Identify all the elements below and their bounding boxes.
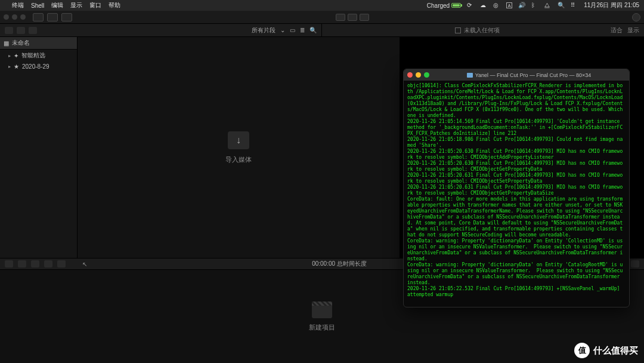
library-name: 未命名 <box>12 39 30 47</box>
folder-icon <box>467 73 473 78</box>
chevron-down-icon[interactable]: ⌄ <box>280 27 285 33</box>
music-view-icon[interactable] <box>29 27 37 34</box>
terminal-window[interactable]: Yanel — Final Cut Pro — Final Cut Pro — … <box>403 69 630 307</box>
search-icon[interactable]: 🔍 <box>558 2 565 9</box>
clips-filter-label[interactable]: 所有片段 <box>252 26 275 35</box>
fcp-window-toolbar <box>0 11 644 24</box>
terminal-title: Yanel — Final Cut Pro — Final Cut Pro — … <box>475 72 592 78</box>
share-button[interactable] <box>632 13 640 21</box>
import-button[interactable] <box>33 13 44 21</box>
sidebar-label-smart: 智能精选 <box>21 51 45 60</box>
battery-icon <box>451 3 461 8</box>
overwrite-clip-button[interactable] <box>57 260 66 267</box>
menu-help[interactable]: 帮助 <box>109 1 120 10</box>
app-name[interactable]: 终端 <box>12 1 24 10</box>
volume-icon[interactable]: 🔊 <box>518 2 525 9</box>
sidebar-item-smart[interactable]: ▸ ✦ 智能精选 <box>0 50 77 61</box>
cloud-icon[interactable]: ☁ <box>480 2 487 9</box>
tool-c[interactable] <box>631 260 639 267</box>
titles-toggle[interactable] <box>348 14 357 21</box>
wifi-icon[interactable]: ⧋ <box>544 2 552 9</box>
clock[interactable]: 11月26日 周四 21:05 <box>584 1 639 10</box>
battery-label: Charged <box>427 2 450 9</box>
new-project-label: 新建项目 <box>309 323 335 332</box>
smart-collection-icon: ✦ <box>14 53 18 59</box>
viewer-zoom[interactable]: 适合 <box>611 27 623 33</box>
watermark-text: 什么值得买 <box>593 345 638 356</box>
insert-clip-button[interactable] <box>31 260 39 267</box>
keyword-button[interactable] <box>47 13 58 21</box>
filmstrip-icon[interactable]: ▭ <box>290 27 295 33</box>
traffic-lights[interactable] <box>4 14 26 20</box>
clip-placeholder-icon <box>455 27 461 33</box>
disclosure-icon[interactable]: ▸ <box>8 53 11 59</box>
sidebar-label-event: 2020-8-29 <box>22 63 49 70</box>
library-header[interactable]: ▦ 未命名 <box>0 37 77 50</box>
control-center-icon[interactable]: ⠿ <box>571 2 578 9</box>
keyboard-icon[interactable]: A <box>506 2 512 8</box>
bluetooth-icon[interactable]: ᛒ <box>531 2 538 9</box>
user-icon[interactable]: ◎ <box>493 2 500 9</box>
terminal-titlebar[interactable]: Yanel — Final Cut Pro — Final Cut Pro — … <box>404 69 629 81</box>
menu-view[interactable]: 显示 <box>70 1 82 10</box>
macos-menubar: 终端 Shell 编辑 显示 窗口 帮助 Charged ⟳ ☁ ◎ A 🔊 ᛒ… <box>0 0 644 11</box>
append-clip-button[interactable] <box>44 260 52 267</box>
watermark-badge: 值 <box>574 343 590 358</box>
import-media-button[interactable]: ↓ <box>228 131 249 149</box>
viewer-display[interactable]: 显示 <box>627 27 639 33</box>
search-browser-icon[interactable]: 🔍 <box>309 27 317 33</box>
terminal-output[interactable]: objc[10614]: Class ComPixlockFxStabilize… <box>404 81 629 307</box>
enhance-button[interactable] <box>61 13 72 21</box>
close-icon[interactable] <box>407 72 413 78</box>
menu-edit[interactable]: 编辑 <box>51 1 63 10</box>
timecode-display: 00:00:00 总时间长度 <box>312 260 367 268</box>
sidebar-item-event[interactable]: ▸ ★ 2020-8-29 <box>0 61 77 72</box>
library-icon: ▦ <box>4 40 9 47</box>
zoom-icon[interactable] <box>424 72 429 78</box>
disclosure-icon[interactable]: ▸ <box>8 64 11 69</box>
menu-shell[interactable]: Shell <box>31 2 44 9</box>
panel-header-bar: 所有片段 ⌄ ▭ ≣ 🔍 未载入任何项 适合 显示 <box>0 24 644 37</box>
connect-clip-button[interactable] <box>18 260 26 267</box>
battery-status[interactable]: Charged <box>427 2 461 9</box>
index-button[interactable] <box>5 260 13 267</box>
download-arrow-icon: ↓ <box>236 135 241 146</box>
event-icon: ★ <box>14 63 19 70</box>
photos-view-icon[interactable] <box>17 27 25 34</box>
clapperboard-icon[interactable] <box>312 302 332 318</box>
list-icon[interactable]: ≣ <box>300 27 305 33</box>
sync-icon[interactable]: ⟳ <box>467 2 474 9</box>
library-toggle[interactable] <box>336 14 345 21</box>
import-label: 导入媒体 <box>225 155 252 164</box>
effects-toggle[interactable] <box>360 14 369 21</box>
select-tool-icon[interactable]: ↖ <box>82 261 87 267</box>
library-view-icon[interactable] <box>5 27 13 34</box>
watermark: 值 什么值得买 <box>574 343 638 358</box>
center-tool-buttons <box>336 14 369 21</box>
library-sidebar: ▦ 未命名 ▸ ✦ 智能精选 ▸ ★ 2020-8-29 <box>0 37 78 258</box>
media-browser[interactable]: ↓ 导入媒体 <box>78 37 400 258</box>
minimize-icon[interactable] <box>416 72 421 78</box>
menu-window[interactable]: 窗口 <box>89 1 101 10</box>
viewer-title: 未载入任何项 <box>464 26 500 35</box>
